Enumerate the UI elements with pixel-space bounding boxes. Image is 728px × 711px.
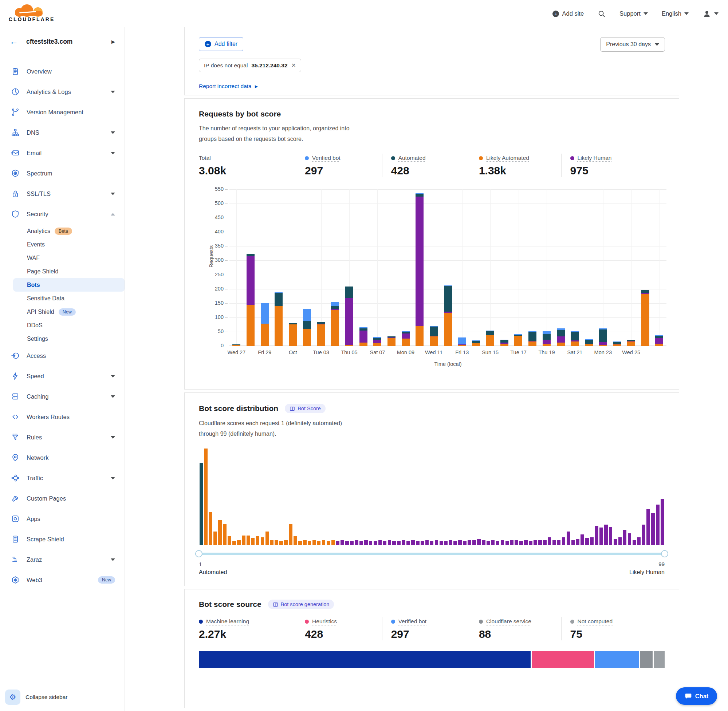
- bar-day-24[interactable]: [554, 189, 568, 346]
- histogram-bar-score-71[interactable]: [529, 541, 532, 545]
- histogram-bar-score-27[interactable]: [322, 540, 326, 545]
- chat-button[interactable]: Chat: [676, 687, 717, 705]
- histogram-bar-score-72[interactable]: [533, 540, 537, 545]
- histogram-bar-score-2[interactable]: [204, 448, 208, 545]
- histogram-bar-score-57[interactable]: [463, 541, 467, 545]
- sidebar-item-workers-routes[interactable]: Workers Routes: [0, 407, 124, 427]
- histogram-bar-score-67[interactable]: [510, 540, 514, 545]
- sidebar-item-web3[interactable]: Web3New: [0, 570, 124, 590]
- slider-track[interactable]: [199, 553, 665, 555]
- histogram-bar-score-92[interactable]: [628, 533, 632, 545]
- histogram-bar-score-43[interactable]: [397, 541, 400, 545]
- histogram-bar-score-54[interactable]: [449, 540, 453, 545]
- histogram-bar-score-47[interactable]: [416, 541, 419, 545]
- collapse-sidebar[interactable]: ⚙ Collapse sidebar: [0, 683, 124, 711]
- histogram-bar-score-91[interactable]: [623, 530, 627, 545]
- back-arrow-icon[interactable]: ←: [9, 36, 18, 47]
- histogram-bar-score-48[interactable]: [421, 541, 424, 545]
- bar-day-20[interactable]: [497, 189, 511, 346]
- source-segment-machine-learning[interactable]: [199, 651, 531, 668]
- histogram-bar-score-8[interactable]: [232, 541, 236, 545]
- bar-day-5[interactable]: [286, 189, 300, 346]
- bar-day-12[interactable]: [385, 189, 399, 346]
- histogram-bar-score-18[interactable]: [279, 541, 283, 545]
- histogram-bar-score-36[interactable]: [364, 540, 368, 545]
- histogram-bar-score-4[interactable]: [213, 531, 217, 545]
- site-switcher-chevron-icon[interactable]: ▶: [111, 39, 115, 44]
- histogram-bar-score-3[interactable]: [209, 512, 213, 545]
- histogram-bar-score-13[interactable]: [256, 536, 260, 545]
- histogram-bar-score-77[interactable]: [557, 540, 561, 545]
- bar-day-2[interactable]: [244, 189, 258, 346]
- bar-day-4[interactable]: [272, 189, 286, 346]
- histogram-bar-score-15[interactable]: [266, 531, 269, 545]
- histogram-bar-score-50[interactable]: [430, 541, 434, 545]
- add-site-button[interactable]: + Add site: [552, 10, 584, 17]
- bar-day-15[interactable]: [427, 189, 441, 346]
- sidebar-item-scrape-shield[interactable]: Scrape Shield: [0, 529, 124, 549]
- sidebar-item-security-settings[interactable]: Settings: [13, 332, 124, 345]
- bar-day-28[interactable]: [610, 189, 624, 346]
- sidebar-item-bots[interactable]: Bots: [13, 278, 124, 292]
- histogram-bar-score-74[interactable]: [543, 540, 546, 545]
- sidebar-item-traffic[interactable]: Traffic: [0, 468, 124, 488]
- histogram-bar-score-1[interactable]: [199, 463, 203, 545]
- histogram-bar-score-62[interactable]: [487, 541, 490, 545]
- language-menu[interactable]: English: [662, 10, 689, 17]
- histogram-bar-score-26[interactable]: [317, 541, 321, 545]
- histogram-bar-score-34[interactable]: [355, 540, 358, 545]
- histogram-bar-score-83[interactable]: [585, 538, 589, 545]
- source-segment-not-computed[interactable]: [654, 651, 665, 668]
- histogram-bar-score-88[interactable]: [609, 527, 613, 545]
- histogram-bar-score-98[interactable]: [656, 504, 660, 545]
- histogram-bar-score-87[interactable]: [604, 525, 608, 545]
- histogram-bar-score-5[interactable]: [218, 520, 222, 545]
- histogram-bar-score-29[interactable]: [331, 540, 335, 545]
- sidebar-item-ssl-tls[interactable]: SSL/TLS: [0, 183, 124, 204]
- bar-day-16[interactable]: [441, 189, 455, 346]
- bar-day-26[interactable]: [582, 189, 596, 346]
- histogram-bar-score-85[interactable]: [595, 526, 598, 545]
- histogram-bar-score-30[interactable]: [336, 541, 340, 545]
- histogram-bar-score-52[interactable]: [440, 541, 443, 545]
- histogram-bar-score-97[interactable]: [651, 513, 655, 545]
- bar-day-8[interactable]: [328, 189, 342, 346]
- slider-handle-max[interactable]: [661, 550, 668, 558]
- bar-day-9[interactable]: [342, 189, 357, 346]
- histogram-bar-score-41[interactable]: [388, 540, 391, 545]
- sidebar-item-security[interactable]: Security: [0, 204, 124, 224]
- histogram-bar-score-56[interactable]: [458, 540, 462, 545]
- histogram-bar-score-75[interactable]: [548, 537, 551, 545]
- sidebar-item-sensitive-data[interactable]: Sensitive Data: [13, 292, 124, 305]
- sidebar-item-rules[interactable]: Rules: [0, 427, 124, 447]
- histogram-bar-score-63[interactable]: [491, 540, 495, 545]
- bar-day-7[interactable]: [314, 189, 328, 346]
- sidebar-item-security-events[interactable]: Events: [13, 238, 124, 251]
- sidebar-item-ddos[interactable]: DDoS: [13, 319, 124, 332]
- histogram-bar-score-94[interactable]: [637, 537, 641, 545]
- source-segment-heuristics[interactable]: [532, 651, 594, 668]
- bar-day-14[interactable]: [413, 189, 427, 346]
- histogram-bar-score-12[interactable]: [251, 538, 255, 545]
- histogram-bar-score-45[interactable]: [406, 541, 410, 545]
- sidebar-item-speed[interactable]: Speed: [0, 366, 124, 386]
- histogram-bar-score-49[interactable]: [425, 540, 429, 545]
- bar-day-19[interactable]: [483, 189, 498, 346]
- bar-day-13[interactable]: [399, 189, 413, 346]
- histogram-bar-score-33[interactable]: [350, 541, 354, 545]
- sidebar-item-email[interactable]: Email: [0, 143, 124, 163]
- histogram-bar-score-90[interactable]: [619, 537, 622, 545]
- histogram-bar-score-73[interactable]: [538, 540, 542, 545]
- histogram-bar-score-96[interactable]: [647, 509, 650, 545]
- bar-day-30[interactable]: [638, 189, 652, 346]
- filter-chip[interactable]: IP does not equal 35.212.240.32 ✕: [199, 59, 301, 72]
- sidebar-item-api-shield[interactable]: API ShieldNew: [13, 305, 124, 319]
- histogram-bar-score-95[interactable]: [642, 525, 645, 545]
- histogram-bar-score-19[interactable]: [284, 540, 288, 545]
- histogram-bar-score-11[interactable]: [247, 535, 250, 545]
- histogram-bar-score-69[interactable]: [519, 541, 523, 545]
- histogram-bar-score-14[interactable]: [261, 537, 264, 545]
- histogram-bar-score-22[interactable]: [298, 541, 302, 545]
- bot-score-generation-docs-badge[interactable]: Bot score generation: [268, 600, 334, 609]
- histogram-bar-score-42[interactable]: [392, 541, 396, 545]
